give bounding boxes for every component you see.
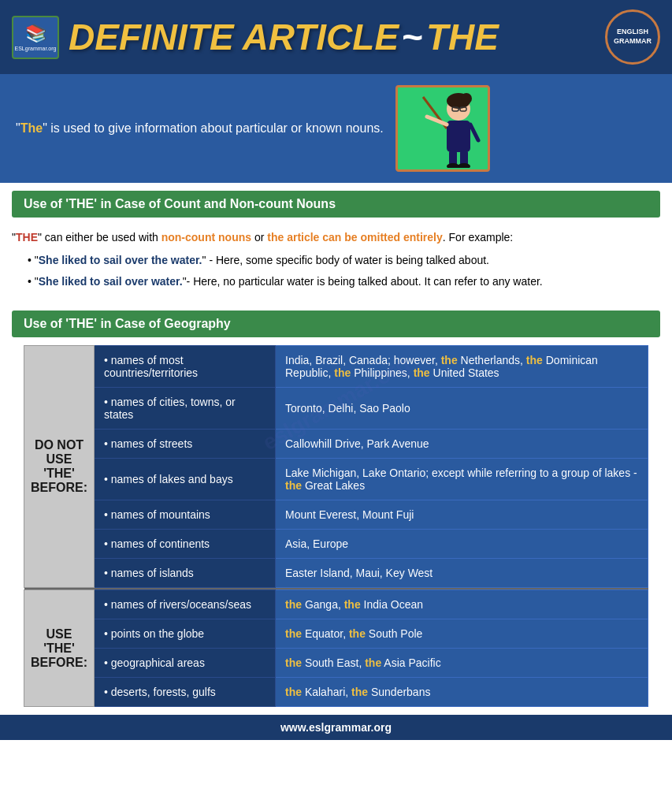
use-before-label: USE'THE'BEFORE: <box>24 590 95 707</box>
logo-text: ESLgrammar.org <box>15 46 57 51</box>
section1-header: Use of 'THE' in Case of Count and Non-co… <box>12 191 660 218</box>
table-row: DO NOTUSE'THE'BEFORE: names of most coun… <box>24 346 648 388</box>
example-lakes: Lake Michigan, Lake Ontario; except whil… <box>276 459 648 500</box>
category-cities: names of cities, towns, or states <box>95 388 276 430</box>
non-count-text: non-count nouns <box>162 231 251 244</box>
category-lakes: names of lakes and bays <box>95 459 276 500</box>
omit-text: the article can be omitted entirely <box>267 231 443 244</box>
info-text: "The" is used to give information about … <box>16 121 384 136</box>
example-globe: the Equator, the South Pole <box>276 619 648 649</box>
table-row: names of mountains Mount Everest, Mount … <box>24 500 648 530</box>
info-text-rest: " is used to give information about part… <box>43 121 384 135</box>
category-geo-areas: geographical areas <box>95 649 276 678</box>
footer-url: www.eslgrammar.org <box>280 721 392 734</box>
teacher-image <box>395 85 490 172</box>
quote1: She liked to sail over the water. <box>39 254 202 266</box>
category-globe: points on the globe <box>95 619 276 649</box>
do-not-label: DO NOTUSE'THE'BEFORE: <box>24 346 95 588</box>
example-islands: Easter Island, Maui, Key West <box>276 559 648 588</box>
section2-header: Use of 'THE' in Case of Geography <box>12 311 660 337</box>
table-row: names of lakes and bays Lake Michigan, L… <box>24 459 648 500</box>
header: 📚 ESLgrammar.org DEFINITE ARTICLE ~ THE … <box>0 0 672 74</box>
category-streets: names of streets <box>95 430 276 459</box>
example-cities: Toronto, Delhi, Sao Paolo <box>276 388 648 430</box>
example-deserts: the Kalahari, the Sunderbans <box>276 678 648 707</box>
example-geo-areas: the South East, the Asia Pacific <box>276 649 648 678</box>
example-continents: Asia, Europe <box>276 530 648 559</box>
title-tilde: ~ <box>402 16 423 58</box>
example-streets: Callowhill Drive, Park Avenue <box>276 430 648 459</box>
count-nouns-content: "THE" can either be used with non-count … <box>0 221 672 303</box>
example-countries: India, Brazil, Canada; however, the Neth… <box>276 346 648 388</box>
badge-line2: GRAMMAR <box>614 37 652 46</box>
category-countries: names of most countries/territories <box>95 346 276 388</box>
table-row: geographical areas the South East, the A… <box>24 649 648 678</box>
table-row: deserts, forests, gulfs the Kalahari, th… <box>24 678 648 707</box>
logo: 📚 ESLgrammar.org <box>12 16 59 59</box>
table-row: USE'THE'BEFORE: names of rivers/oceans/s… <box>24 590 648 619</box>
category-islands: names of islands <box>95 559 276 588</box>
geography-table: DO NOTUSE'THE'BEFORE: names of most coun… <box>24 345 648 707</box>
count-nouns-intro: "THE" can either be used with non-count … <box>12 229 660 246</box>
header-title: DEFINITE ARTICLE ~ THE <box>69 16 596 58</box>
the-highlight: The <box>20 121 43 135</box>
example-rivers: the Ganga, the India Ocean <box>276 590 648 619</box>
quote2: She liked to sail over water. <box>39 275 183 288</box>
svg-rect-8 <box>447 121 470 152</box>
category-mountains: names of mountains <box>95 500 276 530</box>
logo-icon: 📚 <box>25 24 46 44</box>
table-row: names of islands Easter Island, Maui, Ke… <box>24 559 648 588</box>
grammar-badge: ENGLISH GRAMMAR <box>605 9 660 65</box>
category-rivers: names of rivers/oceans/seas <box>95 590 276 619</box>
table-row: names of streets Callowhill Drive, Park … <box>24 430 648 459</box>
title-the: THE <box>426 16 499 58</box>
badge-line1: ENGLISH <box>617 28 648 37</box>
table-row: names of cities, towns, or states Toront… <box>24 388 648 430</box>
footer: www.eslgrammar.org <box>0 715 672 740</box>
main-container: eslgrammar.org 📚 ESLgrammar.org DEFINITE… <box>0 0 672 807</box>
bullet2: • "She liked to sail over water."- Here,… <box>28 273 660 290</box>
the-word-red: THE <box>16 231 38 244</box>
svg-point-4 <box>461 93 472 104</box>
example-mountains: Mount Everest, Mount Fuji <box>276 500 648 530</box>
teacher-svg <box>399 89 486 168</box>
title-definite: DEFINITE ARTICLE <box>69 16 399 58</box>
category-continents: names of continents <box>95 530 276 559</box>
info-banner: "The" is used to give information about … <box>0 74 672 183</box>
table-row: names of continents Asia, Europe <box>24 530 648 559</box>
bullet1: • "She liked to sail over the water." - … <box>28 252 660 269</box>
table-row: points on the globe the Equator, the Sou… <box>24 619 648 649</box>
category-deserts: deserts, forests, gulfs <box>95 678 276 707</box>
table-container: DO NOTUSE'THE'BEFORE: names of most coun… <box>0 341 672 711</box>
